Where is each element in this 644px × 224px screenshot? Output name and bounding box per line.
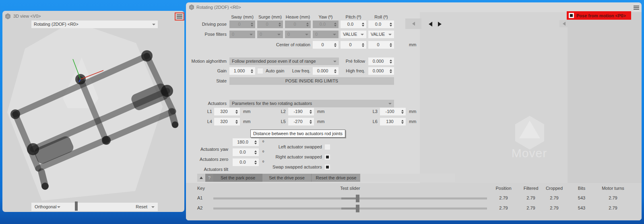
pre-follow-label: Pré follow — [335, 58, 365, 65]
cropped-header: Cropped — [541, 186, 567, 191]
left-actuator-swapped-checkbox[interactable] — [325, 144, 330, 150]
swap-swapped-actuators-checkbox[interactable] — [325, 164, 330, 170]
chevron-down-icon[interactable] — [57, 206, 60, 208]
chevron-down-icon — [152, 24, 155, 25]
next-arrow-button[interactable] — [438, 22, 442, 27]
3d-view-canvas[interactable] — [2, 11, 184, 212]
bits-value: 543 — [569, 195, 594, 200]
filtered-header: Filtered — [518, 186, 544, 191]
actuators-zero-label: Actuators zero — [186, 157, 228, 162]
driving-pose-pitch-spinner[interactable]: 0.0 — [341, 21, 366, 28]
reset-dropdown[interactable]: Reset — [131, 203, 147, 211]
center-rotation-y-spinner[interactable]: 0 — [341, 41, 366, 49]
pose-filter-roll-dropdown[interactable]: VALUE — [368, 31, 394, 38]
l4-spinner[interactable]: 320 — [214, 118, 240, 125]
driving-pose-roll-spinner[interactable]: 0.0 — [368, 21, 394, 28]
set-park-pose-button[interactable]: Set the park pose — [213, 174, 262, 182]
unit-label: mm — [317, 108, 328, 115]
motion-algorithm-label: Motion alghorithm — [186, 58, 227, 65]
l3-label: L3 — [369, 108, 378, 115]
state-label: State — [194, 77, 227, 85]
pose-filter-sway-dropdown: 0 — [229, 31, 255, 38]
ground-polygon — [7, 21, 163, 201]
pose-filter-yaw-dropdown: 0 — [313, 31, 339, 38]
pose-filter-pitch-dropdown[interactable]: VALUE — [341, 31, 366, 38]
set-drive-pose-button[interactable]: Set the drive pose — [262, 174, 311, 182]
mover-logo-watermark — [512, 115, 547, 151]
position-value: 2.79 — [491, 206, 516, 210]
right-actuator-swapped-checkbox[interactable] — [325, 154, 330, 160]
rig-menu-button[interactable] — [634, 6, 639, 10]
pose-from-motion-label: Pose from motion <P0> — [576, 13, 626, 18]
actuators-tilt-spinner[interactable]: 0.0 — [233, 158, 259, 166]
pose-filter-heave-dropdown: 0 — [285, 31, 311, 38]
driving-pose-label: Driving pose — [193, 21, 227, 28]
l1-spinner[interactable]: 320 — [214, 108, 240, 115]
column-header-yaw: Yaw (º) — [313, 14, 339, 19]
pose-filters-label: Pose filters — [193, 31, 227, 38]
view-menu-button[interactable] — [175, 12, 184, 21]
left-actuator-swapped-label: Left actuator swapped — [258, 144, 322, 150]
gain-spinner[interactable]: 1.000 — [229, 67, 255, 75]
actuators-preset-dropdown[interactable]: Parameters for the two rotating actuator… — [229, 100, 394, 107]
test-slider-handle[interactable] — [356, 205, 359, 212]
zoom-slider-handle[interactable] — [75, 201, 78, 211]
rig-selector-value: Rotating (2DOF) <R0> — [31, 21, 152, 28]
app-logo-icon — [188, 4, 195, 10]
3d-view-panel: 3D view <V0> Rotating (2DOF) <R0> Orthog… — [2, 11, 184, 212]
pose-from-motion-checkbox[interactable] — [569, 13, 574, 18]
unit-label: mm — [317, 118, 328, 125]
center-rotation-z-spinner[interactable]: 0 — [368, 41, 394, 49]
cropped-value: 2.79 — [541, 206, 567, 210]
l3-spinner[interactable]: -100 — [380, 108, 406, 115]
prev-arrow-button[interactable] — [429, 22, 432, 27]
collapse-side-button[interactable] — [559, 20, 568, 27]
actuator-key: A2 — [197, 206, 209, 210]
low-freq-label: Low freq. — [283, 67, 310, 75]
collapse-pose-button[interactable] — [405, 18, 421, 29]
motor-turns-value: 2.79 — [596, 206, 630, 210]
unit-label: mm — [409, 118, 419, 125]
driving-pose-surge-spinner: 0 — [257, 21, 283, 28]
auto-gain-checkbox[interactable] — [258, 68, 263, 74]
panel-title: 3D view <V0> — [13, 13, 41, 20]
help-button[interactable]: ? — [205, 174, 213, 182]
driving-pose-sway-spinner: 0 — [229, 21, 255, 28]
pre-follow-spinner[interactable]: 0.000 — [368, 58, 394, 65]
high-freq-spinner[interactable]: 0.000 — [368, 67, 394, 75]
actuators-yaw-label: Actuators yaw — [186, 147, 228, 152]
l4-label: L4 — [204, 118, 212, 125]
motor-turns-value: 2.79 — [596, 195, 630, 200]
unit-label: mm — [243, 108, 254, 115]
position-header: Position — [491, 186, 516, 191]
mover-watermark-text: Mover — [505, 146, 553, 160]
app-logo-icon — [4, 13, 11, 20]
unit-label: mm — [409, 108, 419, 115]
l1-label: L1 — [204, 108, 212, 115]
actuators-yaw-spinner[interactable]: 180.0 — [233, 138, 259, 146]
rig-selector-dropdown[interactable]: Rotating (2DOF) <R0> — [31, 21, 158, 28]
motor-turns-header: Motor turns — [596, 186, 630, 191]
tab-strip-filler — [360, 174, 455, 182]
reset-drive-pose-button[interactable]: Reset the drive pose — [311, 174, 361, 182]
l2-spinner[interactable]: -190 — [288, 108, 314, 115]
driving-pose-heave-spinner: 0 — [285, 21, 311, 28]
swap-swapped-actuators-label: Swap swapped actuators — [258, 164, 322, 170]
unit-label: mm — [409, 41, 421, 49]
test-slider-fill — [341, 208, 356, 210]
motion-algorithm-dropdown[interactable]: Follow pretended pose even if out of ran… — [229, 58, 339, 65]
pose-from-motion-banner[interactable]: Pose from motion <P0> — [567, 11, 631, 20]
center-rotation-x-spinner[interactable]: 0 — [313, 41, 339, 49]
l6-spinner[interactable]: 130 — [380, 118, 406, 125]
right-actuator-swapped-label: Right actuator swapped — [258, 154, 322, 160]
actuators-zero-spinner[interactable]: 0.0 — [233, 148, 259, 156]
column-header-roll: Roll (º) — [368, 14, 394, 19]
test-slider-handle[interactable] — [356, 195, 359, 202]
column-header-surge: Surge (mm) — [257, 14, 283, 19]
filtered-value: 2.79 — [518, 206, 544, 210]
l5-spinner[interactable]: -270 — [288, 118, 314, 125]
chevron-down-icon[interactable] — [151, 206, 155, 208]
pose-filter-surge-dropdown: 0 — [257, 31, 283, 38]
column-header-pitch: Pitch (º) — [341, 14, 366, 19]
collapse-section-button[interactable] — [197, 174, 205, 182]
